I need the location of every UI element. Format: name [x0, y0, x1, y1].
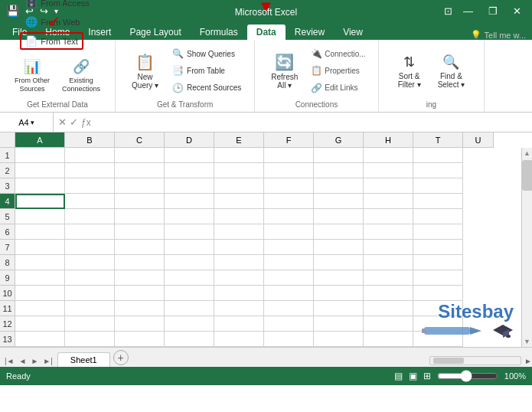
cell-b7[interactable]: [65, 240, 115, 255]
view-layout-button[interactable]: ▣: [409, 371, 417, 381]
cell-a13[interactable]: [15, 332, 65, 347]
cell-d10[interactable]: [165, 286, 214, 301]
cell-e3[interactable]: [214, 178, 264, 194]
cell-f3[interactable]: [264, 178, 314, 194]
cell-d12[interactable]: [165, 316, 214, 332]
cell-e5[interactable]: [214, 209, 264, 224]
add-sheet-button[interactable]: +: [113, 350, 129, 365]
cell-c3[interactable]: [115, 178, 165, 194]
cell-t1[interactable]: [413, 148, 463, 163]
cell-e10[interactable]: [214, 286, 264, 301]
recent-sources-button[interactable]: 🕒 Recent Sources: [168, 80, 245, 96]
prev-sheet-button[interactable]: ◄: [18, 355, 28, 367]
h-scroll-thumb[interactable]: [433, 358, 464, 364]
name-box-dropdown[interactable]: ▾: [31, 119, 34, 126]
cell-e8[interactable]: [214, 255, 264, 270]
from-web-button[interactable]: 🌐 From Web: [20, 13, 85, 31]
cell-d3[interactable]: [165, 178, 214, 194]
tab-view[interactable]: View: [334, 25, 372, 40]
cell-h4[interactable]: [364, 194, 413, 209]
show-queries-button[interactable]: 🔍 Show Queries: [168, 46, 245, 61]
first-sheet-button[interactable]: |◄: [3, 355, 16, 367]
row-num-1[interactable]: 1: [0, 148, 15, 163]
cell-d1[interactable]: [165, 148, 214, 163]
sheet-tab-sheet1[interactable]: Sheet1: [57, 352, 110, 367]
cell-t11[interactable]: [413, 301, 463, 316]
cell-d6[interactable]: [165, 224, 214, 240]
from-table-button[interactable]: 📑 From Table: [168, 63, 245, 78]
cell-e13[interactable]: [214, 332, 264, 347]
cell-d13[interactable]: [165, 332, 214, 347]
vertical-scrollbar[interactable]: ▲ ▼: [521, 148, 532, 347]
tab-review[interactable]: Review: [286, 25, 334, 40]
cell-a6[interactable]: [15, 224, 65, 240]
cell-f9[interactable]: [264, 270, 314, 286]
cell-h9[interactable]: [364, 270, 413, 286]
cell-c6[interactable]: [115, 224, 165, 240]
cell-a1[interactable]: [15, 148, 65, 163]
cell-t7[interactable]: [413, 240, 463, 255]
cell-t13[interactable]: [413, 332, 463, 347]
cell-d5[interactable]: [165, 209, 214, 224]
cell-a4-selected[interactable]: [15, 194, 65, 209]
row-num-2[interactable]: 2: [0, 163, 15, 178]
connections-button[interactable]: 🔌 Connectio...: [308, 47, 368, 60]
cell-c2[interactable]: [115, 163, 165, 178]
title-bar-controls[interactable]: ⊡ — ❐ ✕: [444, 4, 526, 18]
cell-c5[interactable]: [115, 209, 165, 224]
name-box[interactable]: A4 ▾: [0, 113, 54, 132]
close-button[interactable]: ✕: [508, 4, 526, 18]
cell-f12[interactable]: [264, 316, 314, 332]
cell-h6[interactable]: [364, 224, 413, 240]
sort-filter-button[interactable]: ⇅ Sort &Filter ▾: [391, 48, 428, 94]
insert-function-icon[interactable]: ƒx: [81, 117, 91, 128]
view-break-button[interactable]: ⊞: [423, 371, 431, 381]
col-header-g[interactable]: G: [314, 132, 364, 148]
row-num-5[interactable]: 5: [0, 209, 15, 224]
cell-b2[interactable]: [65, 163, 115, 178]
from-text-button[interactable]: 📄 From Text ↙: [20, 32, 83, 50]
cell-t12[interactable]: [413, 316, 463, 332]
cell-c1[interactable]: [115, 148, 165, 163]
cell-h7[interactable]: [364, 240, 413, 255]
tab-page-layout[interactable]: Page Layout: [120, 25, 190, 40]
cell-f4[interactable]: [264, 194, 314, 209]
cell-e2[interactable]: [214, 163, 264, 178]
cell-h8[interactable]: [364, 255, 413, 270]
cell-g13[interactable]: [314, 332, 364, 347]
cell-c13[interactable]: [115, 332, 165, 347]
cell-t6[interactable]: [413, 224, 463, 240]
row-num-3[interactable]: 3: [0, 178, 15, 194]
cell-a11[interactable]: [15, 301, 65, 316]
row-num-13[interactable]: 13: [0, 332, 15, 347]
row-num-9[interactable]: 9: [0, 270, 15, 286]
cell-d7[interactable]: [165, 240, 214, 255]
cell-b11[interactable]: [65, 301, 115, 316]
col-header-a[interactable]: A: [15, 132, 65, 148]
cell-b5[interactable]: [65, 209, 115, 224]
cell-f10[interactable]: [264, 286, 314, 301]
cell-c11[interactable]: [115, 301, 165, 316]
cell-t4[interactable]: [413, 194, 463, 209]
cell-b3[interactable]: [65, 178, 115, 194]
cell-t3[interactable]: [413, 178, 463, 194]
row-num-8[interactable]: 8: [0, 255, 15, 270]
cell-a12[interactable]: [15, 316, 65, 332]
view-normal-button[interactable]: ▤: [394, 371, 403, 381]
col-header-t[interactable]: T: [413, 132, 463, 148]
scroll-track[interactable]: [522, 192, 532, 336]
edit-links-button[interactable]: 🔗 Edit Links: [308, 81, 368, 95]
refresh-all-button[interactable]: 🔄 RefreshAll ▾: [264, 47, 305, 95]
col-header-c[interactable]: C: [115, 132, 165, 148]
cell-b10[interactable]: [65, 286, 115, 301]
cell-e9[interactable]: [214, 270, 264, 286]
cell-a9[interactable]: [15, 270, 65, 286]
col-header-e[interactable]: E: [214, 132, 264, 148]
row-num-11[interactable]: 11: [0, 301, 15, 316]
col-header-u[interactable]: U: [463, 132, 494, 148]
row-num-6[interactable]: 6: [0, 224, 15, 240]
tell-me-box[interactable]: 💡 Tell me w...: [465, 30, 532, 40]
cell-g5[interactable]: [314, 209, 364, 224]
cell-g6[interactable]: [314, 224, 364, 240]
formula-input[interactable]: [96, 118, 532, 127]
